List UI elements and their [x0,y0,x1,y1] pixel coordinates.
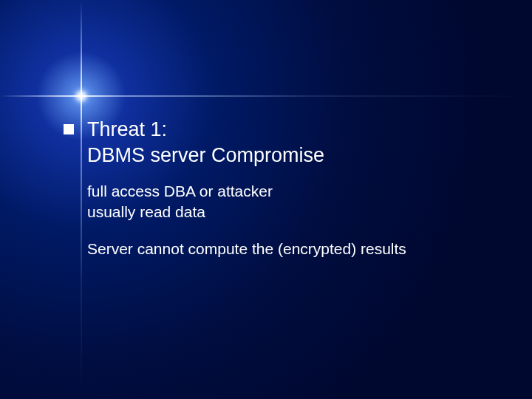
sub1-line-2: usually read data [87,202,507,222]
sub1-line-1: full access DBA or attacker [87,181,507,202]
title-block: Threat 1: DBMS server Compromise [87,117,324,168]
title-line-2: DBMS server Compromise [87,143,324,168]
title-line-1: Threat 1: [87,117,324,143]
flare-core [74,89,89,103]
sub2-line: Server cannot compute the (encrypted) re… [87,239,507,259]
square-bullet-icon [64,124,74,134]
slide: Threat 1: DBMS server Compromise full ac… [0,0,532,399]
sub-block-2: Server cannot compute the (encrypted) re… [87,239,507,259]
sub-block-1: full access DBA or attacker usually read… [87,181,507,222]
slide-content: Threat 1: DBMS server Compromise full ac… [64,117,507,259]
bullet-item: Threat 1: DBMS server Compromise [64,117,507,168]
